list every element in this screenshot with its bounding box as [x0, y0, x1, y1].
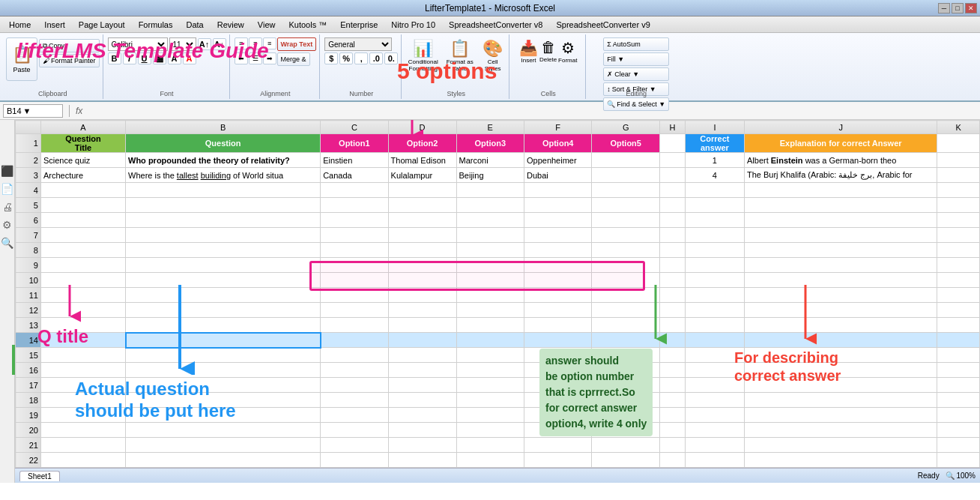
- align-top-center-btn[interactable]: ≡: [249, 37, 262, 49]
- cell-f17[interactable]: [524, 378, 591, 393]
- cell-j22[interactable]: [744, 453, 937, 468]
- cell-e11[interactable]: [456, 288, 524, 303]
- clear-button[interactable]: ✗ Clear ▼: [603, 67, 669, 81]
- cell-j4[interactable]: [744, 183, 937, 198]
- autosum-button[interactable]: Σ AutoSum: [603, 37, 669, 51]
- cell-c10[interactable]: [321, 273, 388, 288]
- cell-b2[interactable]: Who propounded the theory of relativity?: [126, 153, 321, 168]
- cell-g16[interactable]: [592, 363, 659, 378]
- cell-c4[interactable]: [321, 183, 388, 198]
- col-header-d[interactable]: D: [388, 121, 456, 134]
- font-size-select[interactable]: 11: [169, 37, 196, 51]
- cell-k17[interactable]: [937, 378, 980, 393]
- cell-e15[interactable]: [456, 348, 524, 363]
- cell-h2[interactable]: [659, 153, 685, 168]
- cell-j11[interactable]: [744, 288, 937, 303]
- cell-c5[interactable]: [321, 198, 388, 213]
- cell-a2[interactable]: Science quiz: [40, 153, 125, 168]
- cell-a15[interactable]: [40, 348, 125, 363]
- cell-d13[interactable]: [388, 318, 456, 333]
- cell-c12[interactable]: [321, 303, 388, 318]
- wrap-text-button[interactable]: Wrap Text: [277, 37, 317, 51]
- cell-e9[interactable]: [456, 258, 524, 273]
- cell-a13[interactable]: [40, 318, 125, 333]
- cell-k9[interactable]: [937, 258, 980, 273]
- sidebar-icon-5[interactable]: 🔍: [1, 237, 13, 249]
- cell-i11[interactable]: [685, 288, 744, 303]
- cell-k7[interactable]: [937, 228, 980, 243]
- cell-c7[interactable]: [321, 228, 388, 243]
- cell-i9[interactable]: [685, 258, 744, 273]
- cell-i20[interactable]: [685, 423, 744, 438]
- cell-a22[interactable]: [40, 453, 125, 468]
- cell-e3[interactable]: Beijing: [456, 168, 524, 183]
- cell-b7[interactable]: [126, 228, 321, 243]
- menu-formulas[interactable]: Formulas: [133, 19, 179, 31]
- cell-i7[interactable]: [685, 228, 744, 243]
- cell-e18[interactable]: [456, 393, 524, 408]
- cell-a8[interactable]: [40, 243, 125, 258]
- menu-view[interactable]: View: [252, 19, 282, 31]
- cell-j8[interactable]: [744, 243, 937, 258]
- cell-c18[interactable]: [321, 393, 388, 408]
- cell-f1[interactable]: Option4: [524, 134, 591, 153]
- cell-d11[interactable]: [388, 288, 456, 303]
- cell-b22[interactable]: [126, 453, 321, 468]
- cell-d17[interactable]: [388, 378, 456, 393]
- cell-i5[interactable]: [685, 198, 744, 213]
- col-header-b[interactable]: B: [126, 121, 321, 134]
- cell-d18[interactable]: [388, 393, 456, 408]
- cell-k19[interactable]: [937, 408, 980, 423]
- cell-a3[interactable]: Archecture: [40, 168, 125, 183]
- cell-g12[interactable]: [592, 303, 659, 318]
- cell-e19[interactable]: [456, 408, 524, 423]
- cell-f10[interactable]: [524, 273, 591, 288]
- cell-j1[interactable]: Explanation for correct Answer: [744, 134, 937, 153]
- cell-i4[interactable]: [685, 183, 744, 198]
- cell-a7[interactable]: [40, 228, 125, 243]
- format-cell[interactable]: ⚙ Format: [558, 39, 577, 64]
- minimize-btn[interactable]: ─: [938, 3, 950, 13]
- cell-k2[interactable]: [937, 153, 980, 168]
- cell-k10[interactable]: [937, 273, 980, 288]
- cell-e16[interactable]: [456, 363, 524, 378]
- cell-d19[interactable]: [388, 408, 456, 423]
- cell-k3[interactable]: [937, 168, 980, 183]
- cell-f3[interactable]: Dubai: [524, 168, 591, 183]
- cell-d16[interactable]: [388, 363, 456, 378]
- cell-f13[interactable]: [524, 318, 591, 333]
- cell-e1[interactable]: Option3: [456, 134, 524, 153]
- cell-b1[interactable]: Question: [126, 134, 321, 153]
- cell-b16[interactable]: [126, 363, 321, 378]
- sidebar-icon-3[interactable]: 🖨: [2, 201, 13, 213]
- cell-a6[interactable]: [40, 213, 125, 228]
- cell-f20[interactable]: [524, 423, 591, 438]
- cell-a16[interactable]: [40, 363, 125, 378]
- cell-d14[interactable]: [388, 333, 456, 348]
- cell-a11[interactable]: [40, 288, 125, 303]
- cell-e8[interactable]: [456, 243, 524, 258]
- cell-e14[interactable]: [456, 333, 524, 348]
- align-top-left-btn[interactable]: ≡: [235, 37, 248, 49]
- cell-k16[interactable]: [937, 363, 980, 378]
- cell-h14[interactable]: [659, 333, 685, 348]
- cell-j16[interactable]: [744, 363, 937, 378]
- cell-j10[interactable]: [744, 273, 937, 288]
- cell-c8[interactable]: [321, 243, 388, 258]
- cell-j15[interactable]: [744, 348, 937, 363]
- cell-e4[interactable]: [456, 183, 524, 198]
- cell-a20[interactable]: [40, 423, 125, 438]
- cell-c21[interactable]: [321, 438, 388, 453]
- fill-color-btn[interactable]: A: [168, 52, 181, 64]
- cell-d7[interactable]: [388, 228, 456, 243]
- cell-f22[interactable]: [524, 453, 591, 468]
- cell-k14[interactable]: [937, 333, 980, 348]
- col-header-f[interactable]: F: [524, 121, 591, 134]
- border-btn[interactable]: ▦: [153, 52, 166, 64]
- sheet-tab[interactable]: Sheet1: [19, 471, 60, 481]
- paste-button[interactable]: 📋 Paste: [6, 37, 37, 81]
- cell-d4[interactable]: [388, 183, 456, 198]
- cell-k13[interactable]: [937, 318, 980, 333]
- delete-cell[interactable]: 🗑 Delete: [539, 39, 557, 63]
- col-header-h[interactable]: H: [659, 121, 685, 134]
